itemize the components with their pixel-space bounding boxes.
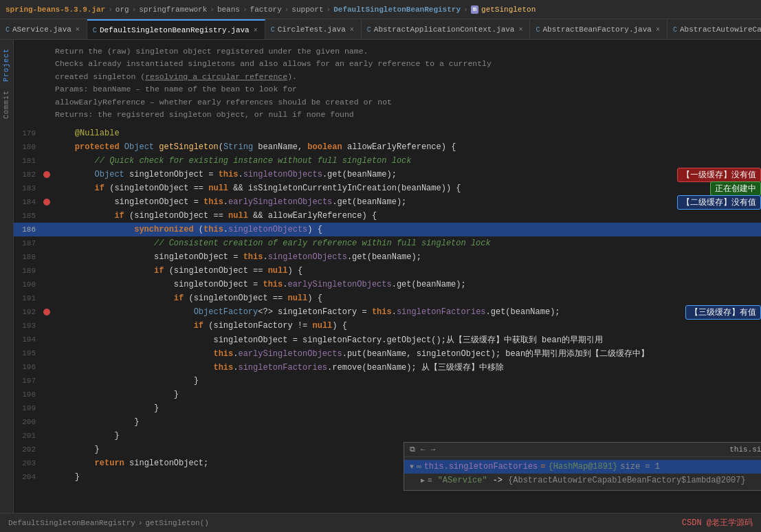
annotation-182: 【一级缓存】没有值 (677, 168, 761, 182)
editor-area: Return the (raw) singleton object regist… (14, 40, 761, 513)
tab-close-circletest[interactable]: × (349, 26, 355, 34)
debug-size-singletonfactories: size = 1 (620, 462, 660, 472)
tab-icon-abstractbeanfactory: C (536, 26, 540, 34)
line-num-192: 192 (14, 308, 41, 316)
jar-name: spring-beans-5.3.9.jar (5, 5, 105, 14)
line-num-179: 179 (14, 129, 41, 137)
code-line-181: 181 // Quick check for existing instance… (14, 154, 761, 168)
javadoc-line5: allowEarlyReference – whether early refe… (55, 96, 750, 109)
javadoc-area: Return the (raw) singleton object regist… (14, 40, 761, 126)
breadcrumb-bar: spring-beans-5.3.9.jar › org › springfra… (0, 0, 761, 19)
expand-icon-aservice: ▶ (421, 476, 425, 485)
javadoc-line2: Checks already instantiated singletons a… (55, 58, 750, 70)
line-num-195: 195 (14, 349, 41, 357)
line-num-181: 181 (14, 157, 41, 165)
code-line-197: 197 } (14, 374, 761, 388)
back-icon[interactable]: ← (421, 445, 426, 454)
copy-icon[interactable]: ⧉ (410, 445, 415, 454)
line-content-194: singletonObject = singletonFactory.getOb… (52, 334, 761, 346)
tab-icon-abstractautowire: C (673, 26, 677, 34)
pkg-support: support (291, 5, 323, 14)
csdn-watermark: CSDN @老王学源码 (682, 517, 753, 529)
line-content-186: synchronized (this.singletonObjects) { (52, 225, 761, 234)
tab-close-aservice[interactable]: × (74, 26, 81, 34)
line-content-193: if (singletonFactory != null) { (52, 321, 761, 331)
line-num-201: 201 (14, 432, 41, 440)
status-class: DefaultSingletonBeanRegistry (8, 519, 135, 527)
tab-defaultsingleton[interactable]: C DefaultSingletonBeanRegistry.java × (87, 19, 265, 40)
code-line-186: 186 synchronized (this.singletonObjects)… (14, 223, 761, 236)
line-num-182: 182 (14, 170, 41, 179)
tab-circletest[interactable]: C CircleTest.java × (265, 19, 362, 40)
line-num-191: 191 (14, 294, 41, 302)
line-num-186: 186 (14, 225, 41, 234)
code-line-179: 179 @Nullable (14, 126, 761, 140)
tab-close-abstractbeanfactory[interactable]: × (654, 26, 661, 34)
tab-close-defaultsingleton[interactable]: × (252, 27, 259, 34)
code-line-200: 200 } (14, 415, 761, 429)
line-content-200: } (52, 417, 761, 427)
line-content-188: singletonObject = this.singletonObjects.… (52, 252, 761, 262)
debug-popup-header: ⧉ ← → this.sin (404, 443, 761, 457)
debug-val-aservice: {AbstractAutowireCapableBeanFactory$lamb… (508, 476, 746, 485)
line-num-190: 190 (14, 280, 41, 289)
pkg-org: org (115, 5, 129, 14)
annotation-184: 【二级缓存】没有值 (677, 195, 761, 210)
tab-aservice[interactable]: C AService.java × (0, 19, 87, 40)
tab-abstractbeanfactory[interactable]: C AbstractBeanFactory.java × (530, 19, 667, 40)
line-content-196: this.singletonFactories.remove(beanName)… (52, 362, 761, 373)
tab-icon-abstractappcontext: C (367, 26, 371, 34)
tab-label-abstractautowire: AbstractAutowireCapableBean... (680, 25, 761, 34)
tabs-bar: C AService.java × C DefaultSingletonBean… (0, 19, 761, 40)
line-content-199: } (52, 403, 761, 413)
code-line-191: 191 if (singletonObject == null) { (14, 291, 761, 305)
status-bar: DefaultSingletonBeanRegistry › getSingle… (0, 513, 761, 532)
line-content-201: } (52, 431, 761, 441)
annotation-192: 【三级缓存】有值 (685, 305, 761, 320)
list-icon-aservice: ≡ (428, 476, 432, 485)
status-sep: › (138, 519, 143, 527)
line-content-198: } (52, 390, 761, 399)
line-content-189: if (singletonObject == null) { (52, 266, 761, 276)
line-content-185: if (singletonObject == null && allowEarl… (52, 211, 761, 221)
tab-abstractappcontext[interactable]: C AbstractApplicationContext.java × (362, 19, 531, 40)
line-content-190: singletonObject = this.earlySingletonObj… (52, 280, 761, 289)
tab-close-abstractappcontext[interactable]: × (517, 26, 524, 34)
left-sidebar: Project Commit (0, 40, 14, 532)
sidebar-item-commit[interactable]: Commit (1, 87, 12, 122)
forward-icon[interactable]: → (431, 445, 436, 454)
javadoc-line4: Params: beanName – the name of the bean … (55, 83, 750, 96)
tab-icon-aservice: C (5, 26, 10, 34)
line-content-197: } (52, 376, 761, 386)
arrow-aservice: -> (493, 476, 503, 485)
debug-popup-icons: ⧉ ← → (410, 445, 435, 454)
line-content-181: // Quick check for existing instance wit… (52, 156, 761, 166)
sidebar-item-project[interactable]: Project (1, 45, 12, 85)
status-method: getSingleton() (145, 519, 208, 527)
javadoc-link[interactable]: resolving a circular reference (145, 72, 287, 81)
line-content-182: Object singletonObject = this.singletonO… (52, 170, 672, 179)
pkg-beans: beans (217, 5, 240, 14)
line-num-200: 200 (14, 418, 41, 426)
javadoc-line3: created singleton (resolving a circular … (55, 71, 750, 83)
line-num-202: 202 (14, 445, 41, 454)
line-num-188: 188 (14, 253, 41, 261)
code-line-190: 190 singletonObject = this.earlySingleto… (14, 278, 761, 291)
debug-row-aservice[interactable]: ▶ ≡ "AService" -> {AbstractAutowireCapab… (404, 474, 761, 487)
tab-label-aservice: AService.java (12, 25, 71, 34)
line-num-187: 187 (14, 239, 41, 247)
line-content-183: if (singletonObject == null && isSinglet… (52, 184, 705, 193)
code-area: 179 @Nullable 180 protected Object getSi… (14, 126, 761, 484)
breakpoint-182 (43, 171, 50, 178)
debug-row-singletonfactories[interactable]: ▼ ∞ this.singletonFactories = {HashMap@1… (404, 460, 761, 474)
infinity-icon: ∞ (417, 463, 421, 471)
pkg-factory: factory (250, 5, 282, 14)
tab-label-defaultsingleton: DefaultSingletonBeanRegistry.java (100, 26, 250, 34)
tab-label-abstractbeanfactory: AbstractBeanFactory.java (542, 25, 651, 34)
sep1: › (108, 5, 113, 14)
tab-abstractautowire[interactable]: C AbstractAutowireCapableBean... × (668, 19, 761, 40)
code-line-188: 188 singletonObject = this.singletonObje… (14, 250, 761, 264)
breadcrumb-method: getSingleton (481, 5, 536, 14)
line-num-194: 194 (14, 335, 41, 344)
code-line-195: 195 this.earlySingletonObjects.put(beanN… (14, 346, 761, 360)
